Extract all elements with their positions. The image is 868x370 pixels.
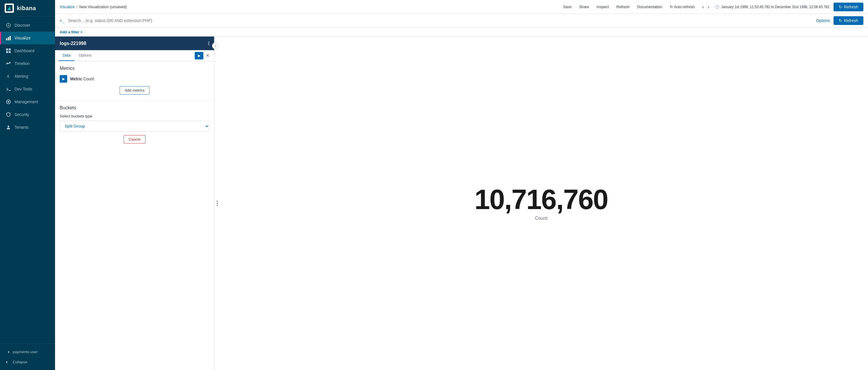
breadcrumb-current: New Visualization (unsaved) bbox=[79, 5, 127, 9]
svg-rect-10 bbox=[6, 49, 8, 51]
time-forward-button[interactable]: › bbox=[706, 4, 711, 10]
search-prompt: >_ bbox=[60, 18, 65, 23]
index-header: logs-221998 ⟨ bbox=[55, 36, 214, 50]
clock-icon: 🕐 bbox=[715, 5, 719, 9]
metric-count-label: Count bbox=[474, 216, 608, 221]
svg-rect-12 bbox=[6, 51, 8, 53]
close-panel-button[interactable]: ✕ bbox=[205, 52, 211, 59]
tab-options[interactable]: Options bbox=[74, 50, 96, 61]
sidebar-nav: Discover Visualize Dashboard Timelion A … bbox=[0, 17, 55, 344]
add-filter-label: Add a filter bbox=[60, 30, 80, 34]
svg-point-15 bbox=[7, 125, 9, 127]
sidebar-payments-user[interactable]: payments-user bbox=[0, 347, 55, 357]
payments-user-label: payments-user bbox=[13, 350, 38, 354]
sidebar-item-alerting-label: Alerting bbox=[14, 74, 28, 79]
metric-item-label: Metric Count bbox=[70, 77, 94, 81]
sidebar-item-visualize-label: Visualize bbox=[14, 36, 31, 40]
topbar-actions: Save Share Inspect Refresh Documentation… bbox=[561, 3, 863, 11]
sidebar-bottom: payments-user Collapse bbox=[0, 344, 55, 370]
breadcrumb: Visualize / New Visualization (unsaved) bbox=[60, 5, 127, 9]
sidebar-item-visualize[interactable]: Visualize bbox=[0, 32, 55, 45]
search-refresh-button[interactable]: ↻ Refresh bbox=[834, 16, 863, 25]
buckets-type-select[interactable]: Split Group bbox=[60, 121, 210, 132]
svg-point-2 bbox=[8, 25, 9, 26]
documentation-button[interactable]: Documentation bbox=[636, 3, 664, 10]
kibana-logo-text: kibana bbox=[17, 5, 36, 11]
sidebar-item-discover[interactable]: Discover bbox=[0, 19, 55, 32]
collapse-label: Collapse bbox=[13, 360, 28, 364]
time-nav-arrows: ‹ › bbox=[701, 4, 711, 10]
share-button[interactable]: Share bbox=[578, 3, 591, 10]
run-visualization-button[interactable]: ▶ bbox=[195, 52, 204, 59]
add-filter-icon: + bbox=[81, 30, 83, 34]
tab-data[interactable]: Data bbox=[59, 50, 74, 61]
buckets-title: Buckets bbox=[60, 105, 210, 111]
metric-item-icon[interactable]: ▶ bbox=[60, 75, 67, 83]
kibana-logo-icon bbox=[5, 3, 14, 13]
visualization-panel: 10,716,760 Count bbox=[214, 36, 868, 370]
sidebar-item-dashboard[interactable]: Dashboard bbox=[0, 45, 55, 57]
sidebar-item-security[interactable]: Security bbox=[0, 108, 55, 121]
sidebar-item-management[interactable]: Management bbox=[0, 95, 55, 108]
topbar: Visualize / New Visualization (unsaved) … bbox=[55, 0, 868, 14]
content-area: logs-221998 ⟨ Data Options ▶ ✕ Metrics bbox=[55, 36, 868, 370]
search-refresh-icon: ↻ bbox=[839, 18, 842, 23]
svg-text:A: A bbox=[6, 74, 9, 79]
sidebar-item-devtools[interactable]: Dev Tools bbox=[0, 83, 55, 95]
index-name: logs-221998 bbox=[60, 41, 86, 46]
time-range[interactable]: 🕐 January 1st 1998, 11:53:45.782 to Dece… bbox=[715, 5, 830, 9]
panel-tabs: Data Options ▶ ✕ bbox=[55, 50, 214, 61]
buckets-select-label: Select buckets type bbox=[60, 114, 210, 118]
sidebar-item-tenants[interactable]: Tenants bbox=[0, 121, 55, 134]
sidebar-collapse[interactable]: Collapse bbox=[0, 357, 55, 367]
sidebar-item-management-label: Management bbox=[14, 99, 38, 104]
add-metrics-button[interactable]: Add metrics bbox=[120, 86, 150, 94]
refresh-main-button[interactable]: ↻ Refresh bbox=[834, 3, 863, 11]
metric-display: 10,716,760 Count bbox=[474, 186, 608, 221]
search-input[interactable] bbox=[68, 18, 813, 23]
sidebar-logo: kibana bbox=[0, 0, 55, 17]
sidebar: kibana Discover Visualize Dashboard Time… bbox=[0, 0, 55, 370]
svg-rect-8 bbox=[8, 37, 9, 40]
sidebar-item-dashboard-label: Dashboard bbox=[14, 49, 34, 53]
metric-item-count: ▶ Metric Count bbox=[60, 75, 210, 83]
time-back-button[interactable]: ‹ bbox=[701, 4, 706, 10]
auto-refresh-button[interactable]: ↻ Auto-refresh bbox=[668, 3, 696, 10]
sidebar-item-tenants-label: Tenants bbox=[14, 125, 29, 130]
add-filter-button[interactable]: Add a filter + bbox=[60, 30, 83, 34]
sidebar-item-alerting[interactable]: A Alerting bbox=[0, 70, 55, 83]
three-dots-menu[interactable] bbox=[217, 201, 218, 206]
searchbar: >_ Options ↻ Refresh bbox=[55, 14, 868, 28]
time-range-text: January 1st 1998, 11:53:45.782 to Decemb… bbox=[721, 5, 830, 9]
sidebar-item-timelion[interactable]: Timelion bbox=[0, 57, 55, 70]
breadcrumb-visualize-link[interactable]: Visualize bbox=[60, 5, 75, 9]
metrics-section: Metrics ▶ Metric Count Add metrics bbox=[55, 61, 214, 101]
metric-value: 10,716,760 bbox=[474, 186, 608, 214]
filterbar: Add a filter + bbox=[55, 28, 868, 36]
breadcrumb-separator: / bbox=[76, 5, 78, 9]
save-button[interactable]: Save bbox=[561, 3, 574, 10]
inspect-button[interactable]: Inspect bbox=[595, 3, 611, 10]
sidebar-item-timelion-label: Timelion bbox=[14, 61, 30, 66]
refresh-button-top[interactable]: Refresh bbox=[615, 3, 631, 10]
panel-tab-actions: ▶ ✕ bbox=[195, 52, 211, 59]
left-panel: logs-221998 ⟨ Data Options ▶ ✕ Metrics bbox=[55, 36, 214, 370]
auto-refresh-icon: ↻ bbox=[670, 5, 673, 9]
refresh-icon: ↻ bbox=[839, 5, 842, 9]
buckets-section: Buckets Select buckets type Split Group … bbox=[55, 101, 214, 148]
sidebar-item-discover-label: Discover bbox=[14, 23, 30, 28]
metrics-title: Metrics bbox=[60, 66, 210, 71]
svg-rect-13 bbox=[9, 51, 11, 53]
sidebar-item-devtools-label: Dev Tools bbox=[14, 87, 32, 91]
cancel-button[interactable]: Cancel bbox=[124, 135, 145, 144]
main-area: Visualize / New Visualization (unsaved) … bbox=[55, 0, 868, 370]
svg-rect-9 bbox=[9, 36, 11, 40]
panel-header-icon: ⟨ bbox=[208, 40, 210, 46]
sidebar-item-security-label: Security bbox=[14, 112, 29, 117]
svg-rect-7 bbox=[6, 38, 7, 40]
collapse-arrow-button[interactable]: ⟨ bbox=[212, 42, 219, 49]
svg-rect-11 bbox=[9, 49, 11, 51]
options-button[interactable]: Options bbox=[816, 18, 830, 23]
